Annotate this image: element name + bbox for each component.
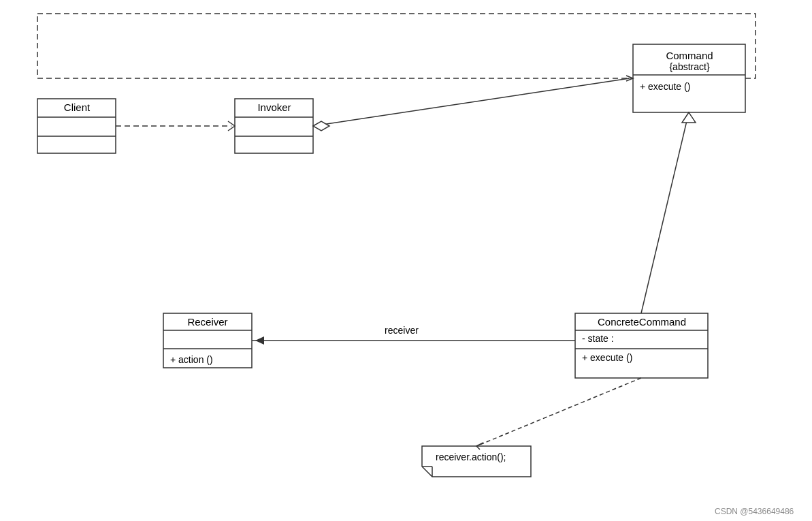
inheritance-triangle (682, 112, 696, 123)
client-class: Client (37, 99, 116, 153)
command-subtitle: {abstract} (669, 61, 709, 72)
concrete-state: - state : (582, 333, 614, 344)
receiver-label: Receiver (187, 316, 227, 328)
uml-diagram: Client Invoker Command {abstract} + exec… (0, 0, 812, 521)
concrete-to-note-line (476, 378, 641, 446)
watermark-text: CSDN @5436649486 (715, 507, 794, 516)
command-class: Command {abstract} + execute () (633, 44, 745, 112)
command-execute: + execute () (640, 81, 690, 92)
command-label: Command (666, 50, 713, 61)
invoker-label: Invoker (257, 101, 291, 113)
invoker-to-command-line (313, 78, 630, 126)
command-inheritance-line (641, 112, 689, 313)
aggregation-diamond (313, 121, 329, 131)
receiver-class: Receiver + action () (163, 313, 252, 368)
receiver-label-text: receiver (385, 325, 419, 336)
note-box: receiver.action(); (422, 446, 531, 477)
client-label: Client (64, 101, 91, 113)
note-text: receiver.action(); (436, 452, 506, 462)
concrete-to-receiver-arrow (255, 336, 264, 345)
concrete-command-label: ConcreteCommand (598, 316, 686, 328)
invoker-class: Invoker (235, 99, 313, 153)
concrete-command-class: ConcreteCommand - state : + execute () (575, 313, 708, 378)
receiver-action: + action () (170, 354, 213, 365)
concrete-execute: + execute () (582, 352, 632, 363)
